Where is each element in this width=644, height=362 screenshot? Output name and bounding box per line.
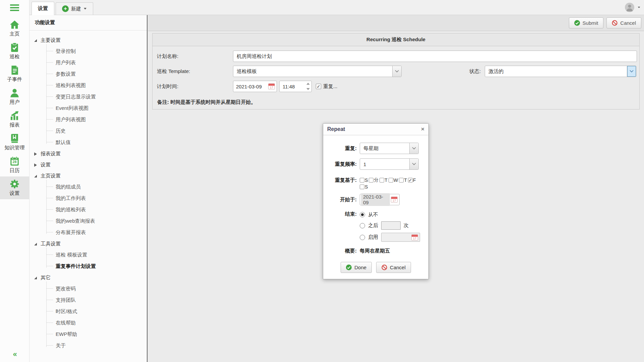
time-spinner-buttons[interactable] xyxy=(305,81,311,92)
repeat-on-checkbox[interactable] xyxy=(360,178,364,183)
tree-item[interactable]: 参数设置 xyxy=(46,69,145,80)
tree-node[interactable]: 报表设置 xyxy=(34,148,145,159)
tree-item[interactable]: 我的巡检列表 xyxy=(46,204,145,216)
tree-node[interactable]: 主要设置 xyxy=(34,35,145,46)
tree-item[interactable]: 更改密码 xyxy=(46,283,145,295)
sidebar-item-label: 日历 xyxy=(10,167,20,174)
sidebar-item-label: 子事件 xyxy=(7,76,22,83)
check-circle-icon xyxy=(574,20,580,26)
repeat-label: 重复: xyxy=(328,145,357,152)
tree-item[interactable]: 我的工作列表 xyxy=(46,193,145,204)
cancel-label: Cancel xyxy=(620,20,636,26)
repeat-interval-select[interactable]: 每星期 xyxy=(360,143,419,154)
sidebar-item-calendar[interactable]: 28 日历 xyxy=(0,154,29,176)
sidebar-item-subevents[interactable]: 子事件 xyxy=(0,63,29,85)
tree-item[interactable]: 登录控制 xyxy=(46,46,145,57)
user-menu-caret-icon[interactable] xyxy=(638,7,640,8)
repeat-on-checkbox[interactable] xyxy=(369,178,373,183)
sidebar-item-users[interactable]: 用户 xyxy=(0,85,29,108)
plan-name-input[interactable] xyxy=(233,51,637,62)
tree-item[interactable]: 分布展开报表 xyxy=(46,227,145,238)
tree-item[interactable]: 关于 xyxy=(46,340,145,352)
tab-new[interactable]: + 新建 xyxy=(56,2,93,15)
svg-text:28: 28 xyxy=(13,160,17,164)
sidebar-item-label: 巡检 xyxy=(10,54,20,60)
settings-tree: 主要设置登录控制用户列表参数设置巡检列表视图变更日志显示设置Event列表视图用… xyxy=(30,30,147,352)
tree-expand-icon[interactable] xyxy=(34,163,37,167)
end-option-radio[interactable] xyxy=(360,223,365,228)
calendar-picker-icon[interactable] xyxy=(391,197,398,203)
tree-expand-icon[interactable] xyxy=(34,152,37,156)
repeat-on-checkbox[interactable] xyxy=(389,178,393,183)
tree-item[interactable]: 在线帮助 xyxy=(46,317,145,329)
tree-item[interactable]: 历史 xyxy=(46,126,145,137)
clipboard-check-icon xyxy=(9,42,20,53)
check-circle-icon xyxy=(346,265,352,270)
tree-item[interactable]: 用户列表 xyxy=(46,57,145,69)
tree-item[interactable]: 我的组成员 xyxy=(46,182,145,193)
user-icon xyxy=(9,88,20,98)
collapse-sidebar-button[interactable]: « xyxy=(0,350,29,359)
tree-collapse-icon[interactable] xyxy=(34,175,37,177)
plus-icon: + xyxy=(62,5,69,12)
sidebar-item-knowledge[interactable]: 知识管理 xyxy=(0,131,29,154)
calendar-icon: 28 xyxy=(9,156,20,166)
tree-item[interactable]: Event列表视图 xyxy=(46,103,145,114)
tree-collapse-icon[interactable] xyxy=(34,39,37,42)
repeat-frequency-select[interactable]: 1 xyxy=(360,158,419,170)
tree-item[interactable]: 巡检 模板设置 xyxy=(46,249,145,261)
end-by-date-picker[interactable] xyxy=(381,233,420,242)
user-avatar[interactable] xyxy=(625,3,634,12)
tab-new-label: 新建 xyxy=(71,6,81,12)
tree-item[interactable]: 我的web查询报表 xyxy=(46,216,145,227)
start-date-picker[interactable]: 2021-03-09 xyxy=(360,194,400,205)
end-option-radio[interactable] xyxy=(360,212,365,217)
sidebar-item-reports[interactable]: 报表 xyxy=(0,108,29,131)
calendar-picker-icon[interactable] xyxy=(411,234,418,240)
tree-node[interactable]: 工具设置 xyxy=(34,238,145,249)
end-option-label: 从不 xyxy=(368,212,378,218)
tree-item[interactable]: 巡检列表视图 xyxy=(46,80,145,91)
repeat-on-checkbox[interactable] xyxy=(360,185,364,189)
repeat-checkbox[interactable] xyxy=(316,84,321,89)
hamburger-menu-icon[interactable] xyxy=(0,0,29,15)
close-icon[interactable]: × xyxy=(421,126,424,133)
plan-date-picker[interactable]: 2021-03-09 xyxy=(233,81,277,92)
tree-node[interactable]: 设置 xyxy=(34,159,145,170)
tree-item[interactable]: 支持团队 xyxy=(46,295,145,306)
plan-date-value: 2021-03-09 xyxy=(233,84,268,89)
tree-collapse-icon[interactable] xyxy=(34,243,37,245)
end-after-count-input[interactable] xyxy=(381,221,401,230)
cancel-button[interactable]: Cancel xyxy=(606,17,641,28)
action-toolbar: Submit Cancel xyxy=(148,15,644,31)
dialog-cancel-button[interactable]: Cancel xyxy=(376,262,411,273)
tree-item[interactable]: 时区/格式 xyxy=(46,306,145,317)
tree-collapse-icon[interactable] xyxy=(34,277,37,279)
repeat-on-checkbox[interactable] xyxy=(379,178,384,183)
gear-icon xyxy=(9,179,20,189)
tree-item[interactable]: 变更日志显示设置 xyxy=(46,91,145,103)
repeat-on-checkbox[interactable] xyxy=(408,178,413,183)
done-button[interactable]: Done xyxy=(341,262,372,273)
plan-time-spinner[interactable]: 11:48 xyxy=(279,81,312,92)
tree-item[interactable]: EWP帮助 xyxy=(46,329,145,340)
start-date-value: 2021-03-09 xyxy=(361,193,390,206)
status-select[interactable]: 激活的 xyxy=(485,66,636,77)
tree-item[interactable]: 重复事件计划设置 xyxy=(46,261,145,272)
sidebar-item-settings[interactable]: 设置 xyxy=(0,176,29,199)
tree-node-label: 主要设置 xyxy=(41,37,61,44)
sidebar-item-home[interactable]: 主页 xyxy=(0,17,29,40)
tree-item[interactable]: 默认值 xyxy=(46,137,145,148)
end-option-radio[interactable] xyxy=(360,235,365,240)
tree-item[interactable]: 用户列表视图 xyxy=(46,114,145,126)
tree-node[interactable]: 主页设置 xyxy=(34,170,145,182)
status-label: 状态: xyxy=(469,68,481,75)
repeat-on-day-label: W xyxy=(394,177,398,183)
tree-node[interactable]: 其它 xyxy=(34,272,145,283)
tab-settings[interactable]: 设置 xyxy=(32,2,54,15)
template-select[interactable]: 巡检模板 xyxy=(233,66,402,77)
repeat-on-checkbox[interactable] xyxy=(399,178,404,183)
sidebar-item-inspection[interactable]: 巡检 xyxy=(0,40,29,63)
calendar-picker-icon[interactable] xyxy=(268,83,275,89)
submit-button[interactable]: Submit xyxy=(569,17,604,28)
